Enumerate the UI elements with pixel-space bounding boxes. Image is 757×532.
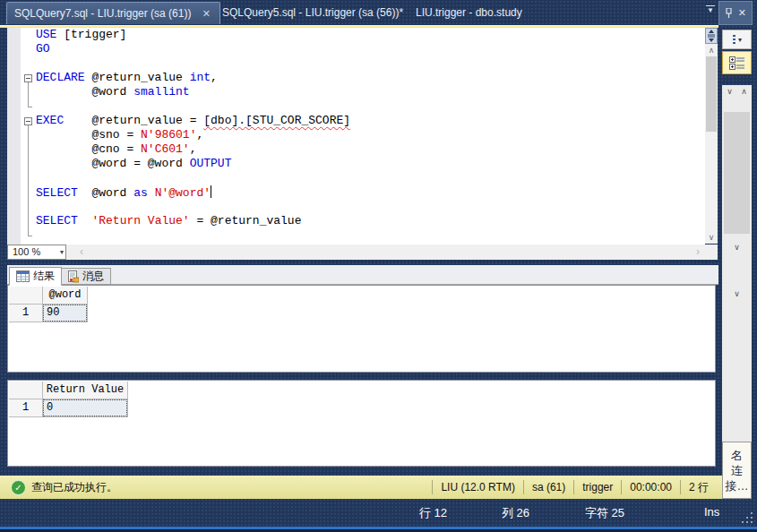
grid-corner-cell[interactable] bbox=[9, 382, 43, 399]
sql-keyword: SELECT bbox=[36, 186, 78, 200]
fold-toggle-icon[interactable] bbox=[24, 117, 32, 125]
tab-messages-label: 消息 bbox=[82, 269, 104, 284]
selected-cell-value: 0 bbox=[43, 399, 127, 416]
code-line[interactable]: SELECT 'Return Value' = @return_value bbox=[36, 214, 301, 228]
chevron-down-icon: ∨ bbox=[722, 243, 752, 252]
scroll-up-icon[interactable]: ∧ bbox=[705, 44, 718, 56]
results-tab-strip: 结果 消息 bbox=[7, 265, 718, 285]
close-toolwindow-icon[interactable]: ✕ bbox=[738, 7, 746, 19]
fold-guide-line bbox=[28, 82, 29, 107]
document-tab-label: LIU.trigger - dbo.study bbox=[416, 6, 522, 19]
document-tab-label: SQLQuery5.sql - LIU.trigger (sa (56))* bbox=[222, 6, 403, 19]
grid-row: 10 bbox=[9, 399, 128, 417]
properties-side-tab[interactable]: 名 连 接… bbox=[722, 442, 752, 499]
scroll-left-icon[interactable]: ‹ bbox=[75, 245, 88, 259]
code-line[interactable]: @word smallint bbox=[36, 85, 190, 99]
status-right-group: LIU (12.0 RTM)sa (61)trigger00:00:002 行 bbox=[432, 476, 717, 499]
sql-text: @sno = bbox=[36, 128, 141, 142]
sql-string: N'C601' bbox=[141, 142, 190, 156]
grid-corner-cell[interactable] bbox=[9, 287, 43, 305]
document-tab[interactable]: SQLQuery7.sql - LIU.trigger (sa (61))✕ bbox=[6, 2, 220, 24]
results-grid-panel-1: @word190 bbox=[7, 285, 716, 373]
splitter-handle-icon[interactable] bbox=[705, 28, 718, 44]
ssms-window: SQLQuery7.sql - LIU.trigger (sa (61))✕SQ… bbox=[0, 0, 757, 532]
outline-toggle-button[interactable] bbox=[722, 51, 752, 74]
zoom-selector[interactable]: 100 % ▾ bbox=[7, 245, 66, 260]
document-tab[interactable]: SQLQuery5.sql - LIU.trigger (sa (56))* bbox=[215, 2, 410, 23]
tab-list-dropdown-icon[interactable]: ▾ bbox=[704, 5, 717, 13]
column-header[interactable]: Return Value bbox=[43, 382, 128, 399]
panel-scroll-area[interactable]: ∨ ∧ ∨ ∨ ∨ bbox=[722, 85, 752, 465]
sql-text: = @return_value bbox=[190, 214, 302, 227]
text-cursor bbox=[211, 185, 211, 198]
results-grid: @word190 bbox=[9, 287, 88, 322]
editor-status-bar: 行 12 列 26 字符 25 Ins bbox=[0, 499, 757, 527]
editor-horizontal-scrollbar[interactable]: 100 % ▾ ‹ › bbox=[7, 245, 718, 260]
editor-vertical-scrollbar[interactable]: ∧ ∨ bbox=[705, 28, 718, 244]
line-indicator: 行 12 bbox=[419, 505, 447, 521]
elapsed-time: 00:00:00 bbox=[621, 480, 680, 494]
sql-text bbox=[78, 214, 92, 227]
success-check-icon: ✓ bbox=[11, 480, 26, 495]
resize-grip[interactable] bbox=[740, 511, 753, 524]
sql-keyword: smallint bbox=[133, 85, 189, 99]
close-tab-icon[interactable]: ✕ bbox=[200, 8, 212, 20]
panel-scroll-thumb[interactable] bbox=[724, 112, 750, 234]
code-line[interactable]: EXEC @return_value = [dbo].[STU_COR_SCOR… bbox=[36, 114, 350, 128]
zoom-dropdown-icon[interactable]: ▾ bbox=[60, 245, 64, 259]
sql-keyword: SELECT bbox=[36, 214, 78, 227]
toolwindow-caption: ✕ bbox=[718, 1, 753, 25]
code-line[interactable]: @cno = N'C601', bbox=[36, 142, 196, 157]
results-grid-panel-2: Return Value10 bbox=[7, 380, 716, 467]
row-header[interactable]: 1 bbox=[9, 305, 43, 322]
query-status-bar: ✓ 查询已成功执行。 LIU (12.0 RTM)sa (61)trigger0… bbox=[0, 476, 722, 499]
code-line[interactable]: @sno = N'98601', bbox=[36, 128, 203, 142]
grid-cell[interactable]: 90 bbox=[43, 305, 88, 322]
row-header[interactable]: 1 bbox=[9, 399, 43, 417]
sql-text bbox=[148, 186, 155, 200]
fold-guide-end bbox=[28, 107, 32, 107]
code-line[interactable]: DECLARE @return_value int, bbox=[36, 71, 218, 85]
tab-messages[interactable]: 消息 bbox=[60, 268, 111, 285]
scroll-down-icon[interactable]: ∨ bbox=[705, 231, 718, 244]
sql-keyword: EXEC bbox=[36, 114, 64, 127]
panel-menu-button[interactable]: ▾ bbox=[722, 30, 752, 49]
fold-toggle-icon[interactable] bbox=[24, 74, 32, 82]
pin-icon[interactable] bbox=[725, 8, 733, 18]
sql-keyword: as bbox=[133, 186, 148, 200]
sql-text: , bbox=[196, 128, 203, 142]
server-name: LIU (12.0 RTM) bbox=[432, 480, 522, 494]
sql-text: @return_value = bbox=[64, 114, 203, 127]
code-line[interactable]: SELECT @word as N'@word' bbox=[36, 185, 211, 200]
code-line[interactable]: GO bbox=[36, 42, 50, 56]
fold-guide-line bbox=[28, 125, 29, 236]
selected-cell-value: 90 bbox=[43, 305, 87, 322]
sql-keyword: DECLARE bbox=[36, 71, 85, 84]
database-name: trigger bbox=[573, 480, 621, 494]
chevron-up-icon[interactable]: ∧ bbox=[729, 87, 757, 96]
outline-list-icon bbox=[729, 56, 745, 70]
scroll-right-icon[interactable]: › bbox=[692, 245, 704, 259]
insert-mode-indicator: Ins bbox=[704, 505, 719, 519]
tab-results[interactable]: 结果 bbox=[9, 267, 62, 286]
fold-guide-end bbox=[28, 236, 32, 236]
sql-keyword: int bbox=[190, 71, 211, 84]
code-line[interactable]: @word = @word OUTPUT bbox=[36, 157, 231, 171]
chevron-down-icon: ∨ bbox=[722, 289, 752, 298]
tab-results-label: 结果 bbox=[33, 269, 55, 284]
column-header[interactable]: @word bbox=[43, 287, 88, 305]
code-line[interactable]: USE [trigger] bbox=[36, 28, 126, 42]
document-tab[interactable]: LIU.trigger - dbo.study bbox=[409, 2, 529, 23]
sql-string: N'@word' bbox=[155, 186, 211, 200]
column-indicator: 列 26 bbox=[502, 505, 529, 521]
dropdown-icon: ▾ bbox=[738, 36, 742, 44]
status-message: 查询已成功执行。 bbox=[31, 480, 117, 495]
sql-text: @word bbox=[78, 186, 133, 200]
sql-text: @word = @word bbox=[36, 157, 190, 170]
grid-cell[interactable]: 0 bbox=[43, 399, 128, 417]
grid-row: 190 bbox=[9, 305, 88, 322]
sql-editor[interactable]: USE [trigger]GODECLARE @return_value int… bbox=[7, 28, 705, 245]
results-grid: Return Value10 bbox=[9, 382, 128, 417]
sql-text: , bbox=[211, 71, 218, 84]
sql-text: @cno = bbox=[36, 142, 141, 156]
